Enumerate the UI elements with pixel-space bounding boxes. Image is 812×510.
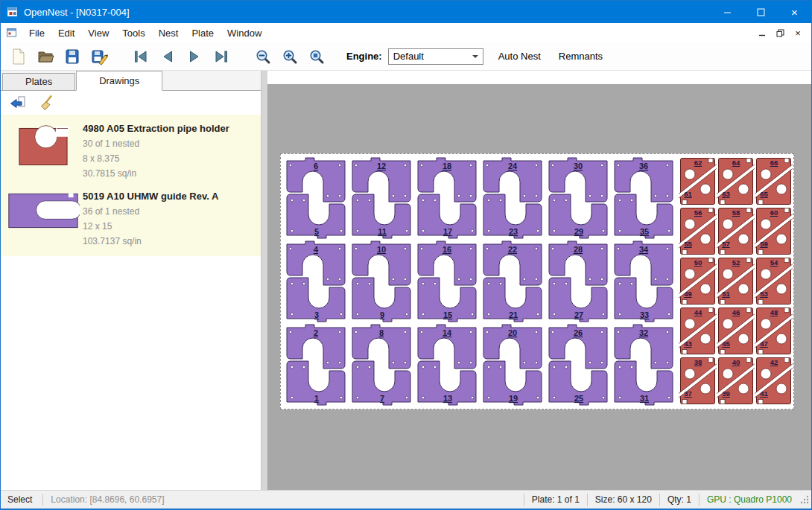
nested-part-pair[interactable]: 87 bbox=[349, 323, 414, 407]
drawing-nested-count: 36 of 1 nested bbox=[83, 204, 255, 219]
engine-select[interactable]: Default bbox=[388, 48, 483, 65]
part-number: 33 bbox=[640, 310, 649, 319]
nested-part-pair[interactable]: 6261 bbox=[679, 156, 717, 206]
drawing-size: 12 x 15 bbox=[83, 219, 255, 234]
nav-prev-icon bbox=[159, 48, 176, 65]
zoom-out-button[interactable] bbox=[250, 45, 276, 68]
nested-part-pair[interactable]: 109 bbox=[349, 240, 414, 323]
new-file-icon bbox=[10, 48, 28, 66]
tab-plates[interactable]: Plates bbox=[2, 73, 75, 90]
mdi-close-button[interactable]: × bbox=[789, 25, 807, 40]
nested-part-pair[interactable]: 2625 bbox=[545, 323, 611, 407]
part-number: 18 bbox=[443, 162, 451, 170]
nested-part-pair[interactable]: 2221 bbox=[480, 240, 545, 323]
nested-part-pair[interactable]: 3433 bbox=[611, 240, 676, 323]
menu-item-edit[interactable]: Edit bbox=[51, 23, 81, 42]
window-title: OpenNest - [N0317-004] bbox=[24, 7, 130, 18]
nested-part-pair[interactable]: 4443 bbox=[679, 306, 717, 356]
part-number: 27 bbox=[574, 310, 583, 319]
nested-part-pair[interactable]: 5049 bbox=[679, 256, 717, 306]
maximize-button[interactable] bbox=[744, 1, 778, 23]
titlebar: OpenNest - [N0317-004] × bbox=[1, 1, 811, 23]
part-number: 42 bbox=[770, 358, 778, 366]
auto-nest-button[interactable]: Auto Nest bbox=[495, 48, 544, 64]
nested-part-pair[interactable]: 2827 bbox=[545, 240, 611, 323]
toolbar: Engine: Default Auto Nest Remnants bbox=[1, 42, 811, 71]
panel-splitter[interactable] bbox=[261, 71, 267, 490]
drawing-thumbnail-extraction-pipe-holder bbox=[7, 121, 80, 181]
nested-part-pair[interactable]: 65 bbox=[283, 156, 349, 240]
nested-part-pair[interactable]: 3837 bbox=[679, 356, 717, 406]
zoom-fit-button[interactable] bbox=[303, 45, 330, 68]
document-icon bbox=[6, 27, 18, 39]
nested-part-pair[interactable]: 2423 bbox=[480, 156, 545, 240]
nested-part-pair[interactable]: 1615 bbox=[414, 240, 480, 323]
remnants-button[interactable]: Remnants bbox=[556, 48, 606, 64]
part-number: 24 bbox=[508, 162, 518, 170]
nested-part-pair[interactable]: 5251 bbox=[717, 256, 755, 306]
drawing-list-item[interactable]: 5019 A10 UHMW guide Rev. A 36 of 1 neste… bbox=[1, 184, 261, 252]
menu-item-file[interactable]: File bbox=[22, 23, 51, 42]
nested-part-pair[interactable]: 43 bbox=[283, 240, 349, 323]
nested-part-pair[interactable]: 5655 bbox=[679, 206, 717, 256]
nested-part-pair[interactable]: 4039 bbox=[717, 356, 755, 406]
nested-part-pair[interactable]: 1413 bbox=[414, 323, 480, 407]
menu-item-tools[interactable]: Tools bbox=[115, 23, 151, 42]
drawing-title: 4980 A05 Extraction pipe holder bbox=[83, 121, 255, 136]
nested-part-pair[interactable]: 1817 bbox=[414, 156, 480, 240]
save-button[interactable] bbox=[59, 45, 86, 68]
part-number: 48 bbox=[770, 308, 778, 316]
part-number: 59 bbox=[760, 240, 768, 248]
new-file-button[interactable] bbox=[5, 45, 32, 68]
nav-next-button[interactable] bbox=[181, 45, 208, 68]
nested-part-pair[interactable]: 21 bbox=[283, 323, 349, 407]
minimize-icon bbox=[723, 8, 732, 16]
nested-part-pair[interactable]: 2019 bbox=[480, 323, 545, 407]
resize-grip-icon[interactable] bbox=[799, 494, 810, 506]
part-number: 7 bbox=[380, 394, 384, 403]
open-file-button[interactable] bbox=[32, 45, 59, 68]
purple-parts-grid: 6512111817242330293635431091615222128273… bbox=[283, 156, 676, 407]
part-number: 52 bbox=[732, 258, 740, 267]
menu-item-nest[interactable]: Nest bbox=[152, 23, 185, 42]
nested-part-pair[interactable]: 6463 bbox=[717, 156, 755, 206]
red-parts-grid: 6261646366655655585760595049525154534443… bbox=[679, 156, 793, 406]
save-icon bbox=[63, 48, 81, 66]
nest-plate[interactable]: 6512111817242330293635431091615222128273… bbox=[280, 153, 794, 409]
save-as-button[interactable] bbox=[86, 45, 112, 68]
mdi-restore-button[interactable] bbox=[771, 25, 789, 40]
part-number: 34 bbox=[639, 245, 649, 254]
nest-canvas[interactable]: 6512111817242330293635431091615222128273… bbox=[267, 71, 811, 490]
mdi-minimize-button[interactable] bbox=[753, 25, 771, 40]
nested-part-pair[interactable]: 6665 bbox=[755, 156, 793, 206]
chevron-down-icon bbox=[472, 55, 478, 61]
minimize-button[interactable] bbox=[711, 1, 744, 23]
nested-part-pair[interactable]: 3029 bbox=[545, 156, 611, 240]
nested-part-pair[interactable]: 3231 bbox=[611, 323, 676, 407]
nested-part-pair[interactable]: 4241 bbox=[755, 356, 793, 406]
menu-item-view[interactable]: View bbox=[81, 23, 115, 42]
nested-part-pair[interactable]: 3635 bbox=[611, 156, 676, 240]
clear-drawings-button[interactable] bbox=[37, 92, 59, 113]
close-button[interactable]: × bbox=[778, 1, 811, 23]
nested-part-pair[interactable]: 4847 bbox=[755, 306, 793, 356]
nav-next-icon bbox=[186, 48, 203, 65]
nav-prev-button[interactable] bbox=[154, 45, 181, 68]
nested-part-pair[interactable]: 6059 bbox=[755, 206, 793, 256]
nested-part-pair[interactable]: 5857 bbox=[717, 206, 755, 256]
menu-item-plate[interactable]: Plate bbox=[185, 23, 221, 42]
nested-part-pair[interactable]: 1211 bbox=[349, 156, 414, 240]
part-number: 3 bbox=[314, 310, 319, 319]
menu-item-window[interactable]: Window bbox=[221, 23, 268, 42]
nested-part-pair[interactable]: 5453 bbox=[755, 256, 793, 306]
nested-part-pair[interactable]: 4645 bbox=[717, 306, 755, 356]
zoom-in-button[interactable] bbox=[276, 45, 303, 68]
drawing-list-item[interactable]: 4980 A05 Extraction pipe holder 30 of 1 … bbox=[1, 116, 261, 184]
statusbar: Select Location: [84.8696, 60.6957] Plat… bbox=[1, 490, 811, 509]
tab-drawings[interactable]: Drawings bbox=[76, 71, 162, 91]
part-number: 40 bbox=[732, 358, 740, 366]
save-as-icon bbox=[90, 48, 108, 66]
import-drawing-button[interactable] bbox=[7, 92, 29, 113]
nav-last-button[interactable] bbox=[208, 45, 235, 68]
nav-first-button[interactable] bbox=[127, 45, 154, 68]
